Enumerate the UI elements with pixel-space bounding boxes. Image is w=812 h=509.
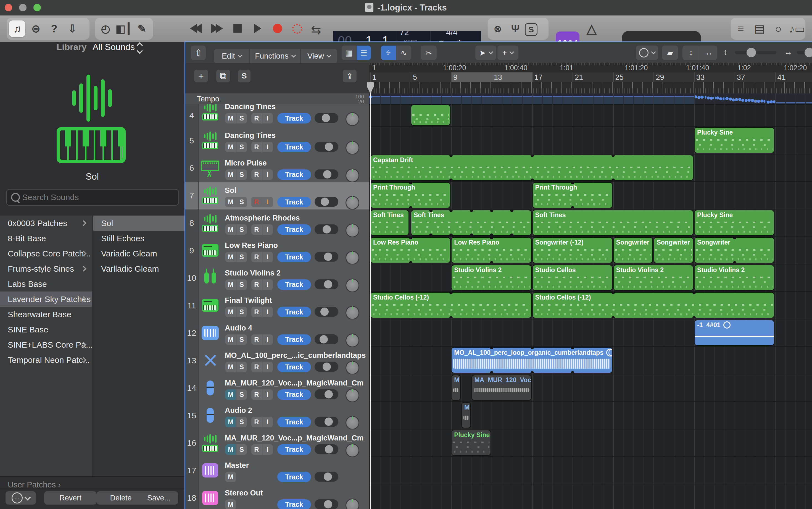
record-enable-button[interactable]: R — [251, 362, 262, 372]
library-filter-stepper-icon[interactable] — [138, 43, 142, 53]
tempo-ramp-point[interactable] — [741, 99, 744, 102]
track-stack-button[interactable]: Track — [277, 225, 311, 235]
track-name[interactable]: Low Res Piano — [225, 241, 278, 250]
region-songwriter-12-[interactable]: Songwriter (-12) — [533, 238, 612, 263]
volume-slider[interactable] — [315, 113, 338, 123]
mixer-icon[interactable]: ◧┃ — [115, 21, 132, 37]
track-header[interactable]: 18Stereo OutMTrack — [185, 484, 369, 509]
volume-slider[interactable] — [315, 142, 338, 152]
tempo-ramp-point[interactable] — [767, 101, 770, 104]
record-enable-button[interactable]: R — [251, 252, 262, 262]
save-button[interactable]: Save... — [140, 491, 178, 505]
mute-button[interactable]: M — [225, 225, 236, 235]
mute-button[interactable]: M — [225, 444, 236, 455]
track-name[interactable]: Stereo Out — [225, 489, 263, 498]
region-studio-cellos-12-[interactable]: Studio Cellos (-12) — [533, 293, 774, 318]
lcd-knob-icon[interactable]: ◴ — [97, 21, 114, 37]
volume-slider[interactable] — [315, 252, 338, 262]
collapse-tracks-icon[interactable]: ⇪ — [343, 70, 357, 82]
solo-tracks-button[interactable]: S — [238, 70, 251, 82]
pan-knob[interactable] — [345, 224, 359, 237]
volume-slider[interactable] — [315, 169, 338, 179]
flex-icon[interactable]: ✂ — [421, 45, 437, 60]
library-category-item[interactable]: 8-Bit Base — [0, 231, 92, 246]
library-patch-item[interactable]: Variadic Gleam — [94, 246, 184, 261]
region-plucky-sine[interactable]: Plucky Sine — [695, 128, 774, 153]
track-name[interactable]: Studio Violins 2 — [225, 269, 281, 277]
input-monitor-button[interactable]: I — [262, 444, 273, 455]
solo-button[interactable]: S — [236, 279, 247, 290]
volume-slider[interactable] — [315, 334, 338, 344]
track-header[interactable]: 7SolMSRITrack — [185, 182, 369, 210]
pan-knob[interactable] — [345, 388, 359, 402]
volume-slider[interactable] — [315, 307, 338, 317]
volume-slider[interactable] — [315, 444, 338, 454]
track-header[interactable]: 8Atmospheric RhodesMSRITrack — [185, 209, 369, 238]
track-name[interactable]: Dancing Tines — [225, 131, 275, 140]
region--1-4-01[interactable]: -1_4#01 — [695, 320, 774, 345]
volume-slider[interactable] — [315, 225, 338, 234]
track-stack-button[interactable]: Track — [277, 417, 311, 427]
solo-button[interactable]: S — [236, 362, 247, 372]
track-name[interactable]: Final Twilight — [225, 296, 272, 305]
record-enable-button[interactable]: R — [251, 225, 262, 235]
arrange-area[interactable]: Plucky SineCapstan DriftPrint ThroughPri… — [369, 93, 812, 509]
track-header[interactable]: 17MasterMTrack — [185, 457, 369, 485]
record-enable-button[interactable]: R — [251, 197, 262, 207]
list-editors-icon[interactable]: ≡ — [733, 21, 749, 37]
metronome-icon[interactable]: △ — [583, 21, 600, 37]
volume-thumb[interactable] — [323, 170, 331, 178]
solo-button[interactable]: S — [236, 307, 247, 317]
volume-thumb[interactable] — [323, 363, 331, 371]
record-enable-button[interactable]: R — [251, 279, 262, 290]
volume-thumb[interactable] — [323, 225, 331, 234]
input-monitor-button[interactable]: I — [262, 197, 273, 207]
solo-button[interactable]: S — [236, 225, 247, 235]
pan-knob[interactable] — [345, 251, 359, 265]
vertical-zoom-slider[interactable] — [735, 51, 776, 54]
cycle-button[interactable]: ⇆ — [311, 23, 321, 37]
track-header[interactable]: 6Micro PulseMSRITrack — [185, 155, 369, 183]
note-editors-icon[interactable]: ▤ — [751, 21, 768, 37]
add-track-button[interactable]: + — [194, 70, 208, 82]
tempo-ramp-point[interactable] — [754, 100, 757, 103]
tuner-icon[interactable]: Ψ — [507, 21, 524, 37]
mute-button[interactable]: M — [225, 417, 236, 427]
media-browser-icon[interactable]: ♪▭ — [789, 21, 805, 37]
track-header[interactable]: 13MO_AL_100_perc_...ic_cumberlandtapsMSR… — [185, 347, 369, 375]
mute-button[interactable]: M — [225, 252, 236, 262]
library-category-item[interactable]: Collapse Core Patch... — [0, 246, 92, 261]
timeline-ruler[interactable]: 11:00:201:00:401:011:01:201:01:401:021:0… — [369, 63, 812, 93]
region-print-through[interactable]: Print Through — [371, 183, 450, 208]
volume-slider[interactable] — [315, 389, 338, 399]
tempo-ramp-point[interactable] — [760, 100, 763, 103]
track-stack-button[interactable]: Track — [277, 389, 311, 400]
play-button[interactable] — [254, 24, 261, 33]
library-category-item[interactable]: Frums-style Sines — [0, 261, 92, 276]
library-category-item[interactable]: SINE+LABS Core Pa... — [0, 337, 92, 352]
volume-slider[interactable] — [315, 362, 338, 372]
search-sounds-field[interactable]: Search Sounds — [6, 189, 179, 206]
track-name[interactable]: Dancing Tines — [225, 104, 275, 111]
mute-button[interactable]: M — [225, 307, 236, 317]
help-icon[interactable]: ? — [46, 21, 63, 37]
region-low-res-piano[interactable]: Low Res Piano — [371, 238, 450, 263]
region-unnamed[interactable] — [411, 105, 450, 125]
functions-menu[interactable]: Functions — [250, 49, 301, 63]
input-monitor-button[interactable]: I — [262, 362, 273, 372]
solo-button[interactable]: S — [236, 142, 247, 152]
track-header[interactable]: 4Dancing TinesMSRITrack — [185, 104, 369, 127]
record-enable-button[interactable]: R — [251, 334, 262, 345]
volume-thumb[interactable] — [325, 445, 333, 453]
mute-button[interactable]: M — [225, 169, 236, 180]
midi-draw-icon[interactable]: ∿ — [396, 45, 411, 60]
horizontal-zoom-slider[interactable] — [797, 51, 812, 54]
input-monitor-button[interactable]: I — [262, 113, 273, 124]
track-stack-button[interactable]: Track — [277, 113, 311, 124]
library-category-item[interactable]: Shearwater Base — [0, 307, 92, 322]
region-print-through[interactable]: Print Through — [533, 183, 612, 208]
mute-button[interactable]: M — [225, 389, 236, 400]
track-header[interactable]: 5Dancing TinesMSRITrack — [185, 127, 369, 155]
pan-knob[interactable] — [345, 443, 359, 457]
volume-thumb[interactable] — [325, 417, 333, 426]
